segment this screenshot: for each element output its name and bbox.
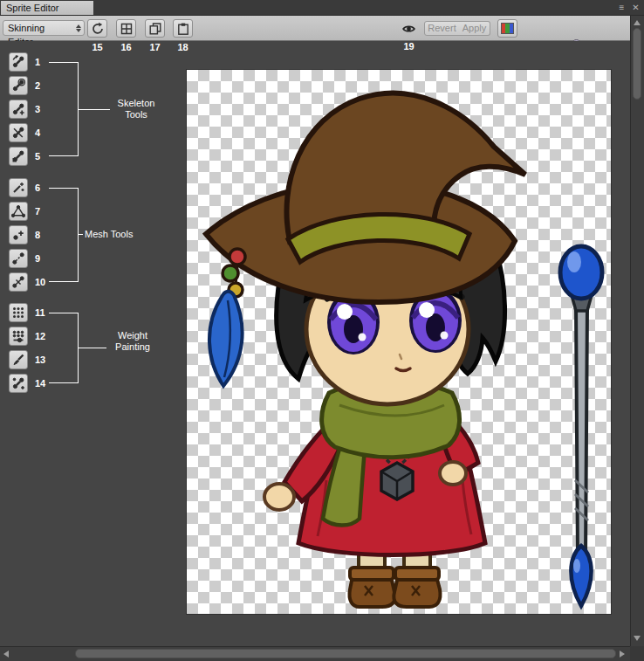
edit-joints-icon [11,79,25,93]
annotation-15: 15 [87,42,107,52]
sprite-canvas[interactable] [187,70,611,614]
annotation-18: 18 [173,42,193,52]
tool-edit-geometry-button[interactable] [9,202,28,221]
tool-number: 11 [35,307,45,318]
tool-number: 9 [35,253,40,264]
tool-weight-brush-button[interactable] [9,350,28,369]
create-vertex-icon [11,228,25,242]
reset-pose-button[interactable] [87,19,107,38]
tool-split-edge-button[interactable] [9,272,28,292]
vertical-scrollbar[interactable] [630,16,644,646]
tool-create-bone-button[interactable] [9,100,28,119]
paste-icon [176,22,190,36]
paste-button[interactable] [173,19,193,38]
tool-number: 4 [35,127,40,138]
skeleton-tools-label: Skeleton Tools [110,98,162,120]
titlebar: Sprite Editor ≡ ✕ [0,0,644,16]
window-title: Sprite Editor [6,3,59,13]
reparent-bone-icon [11,149,25,163]
hat-ornament [209,249,245,386]
skeleton-tools-bracket [49,62,79,156]
tool-weight-slider-button[interactable] [9,327,28,346]
scroll-right-arrow[interactable] [620,651,625,658]
weight-brush-icon [11,353,25,367]
rgb-toggle-icon [501,23,514,34]
weight-painting-label: Weight Painting [106,330,159,353]
tool-number: 1 [35,57,40,67]
edit-geometry-icon [11,204,25,218]
tool-number: 12 [35,331,45,341]
bone-influence-icon [11,376,25,390]
visibility-eye-icon [401,22,416,36]
weight-slider-icon [11,329,25,343]
tool-number: 7 [35,206,40,217]
auto-geometry-icon [11,181,25,195]
annotation-19: 19 [399,41,419,52]
vertical-scroll-thumb[interactable] [633,28,641,100]
sprite-sheet-button[interactable] [116,19,136,38]
scroll-up-arrow[interactable] [634,20,641,25]
toolbar: Skinning Editor Revert Apply [0,16,630,41]
preview-pose-icon [11,55,25,69]
annotation-16: 16 [116,42,136,52]
annotation-17: 17 [145,42,165,52]
tool-edit-joints-button[interactable] [9,76,28,95]
close-icon[interactable]: ✕ [630,2,641,13]
tool-auto-weights-button[interactable] [9,303,28,322]
tool-preview-pose-button[interactable] [9,52,28,72]
mesh-tools-bracket [49,188,79,282]
reset-pose-icon [91,22,105,36]
tool-number: 3 [35,104,40,114]
tool-number: 10 [35,277,45,287]
tool-number: 13 [35,355,45,365]
create-edge-icon [11,251,25,265]
rgb-toggle-button[interactable] [497,19,517,38]
hat [206,93,525,302]
tool-create-edge-button[interactable] [9,249,28,268]
tool-number: 5 [35,151,40,162]
mesh-tools-connector [79,234,83,235]
boots [349,568,440,607]
scroll-left-arrow[interactable] [3,651,9,658]
copy-button[interactable] [145,19,165,38]
tool-number: 14 [35,378,45,389]
revert-button[interactable]: Revert [424,21,460,36]
tool-number: 2 [35,80,40,91]
dropdown-arrows-icon [76,24,81,32]
skeleton-tools-connector [79,109,110,110]
window-menu-icon[interactable]: ≡ [616,2,627,13]
split-bone-icon [11,126,25,140]
staff [560,246,602,606]
copy-icon [148,22,162,36]
tool-auto-geometry-button[interactable] [9,178,28,197]
weight-painting-bracket [49,313,79,383]
tool-create-vertex-button[interactable] [9,225,28,244]
character-sprite [187,70,611,614]
tool-bone-influence-button[interactable] [9,374,28,393]
window-title-tab[interactable]: Sprite Editor [1,1,93,15]
tool-split-bone-button[interactable] [9,123,28,142]
scrollbar-corner [630,646,644,661]
sprite-sheet-icon [120,22,134,36]
scroll-down-arrow[interactable] [634,636,641,641]
horizontal-scroll-thumb[interactable] [75,649,616,658]
visibility-button[interactable] [398,19,419,38]
apply-button[interactable]: Apply [459,21,490,36]
skinning-editor-dropdown[interactable]: Skinning Editor [3,20,85,36]
mesh-tools-label: Mesh Tools [85,229,146,240]
tool-reparent-bone-button[interactable] [9,147,28,166]
tool-number: 8 [35,230,40,240]
create-bone-icon [11,102,25,116]
tool-number: 6 [35,182,40,193]
canvas-area: 15 16 17 18 19 1 2 3 4 [0,41,630,646]
weight-painting-connector [79,348,106,348]
split-edge-icon [11,275,25,289]
auto-weights-icon [11,306,25,320]
